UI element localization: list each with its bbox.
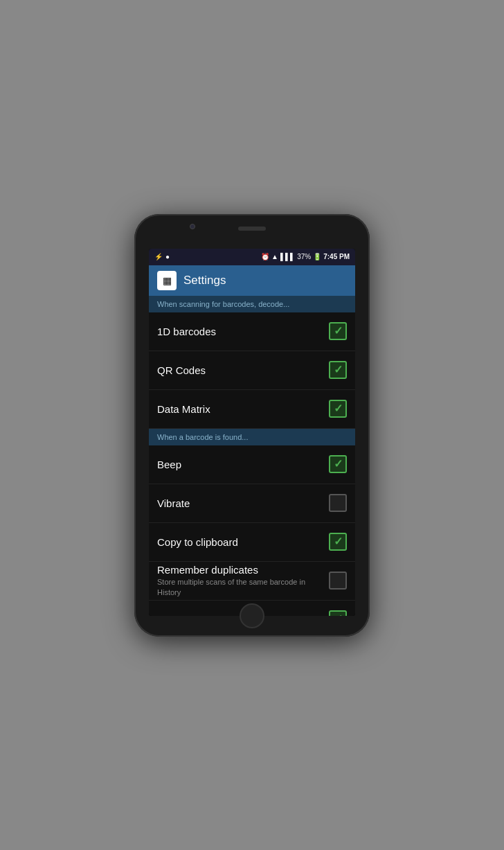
setting-content-matrix: Data Matrix [157,403,329,415]
checkbox-clipboard[interactable]: ✓ [329,533,347,551]
app-icon: ▦ [157,271,177,290]
whatsapp-icon: ● [165,253,170,260]
app-header: ▦ Settings [149,265,355,296]
checkmark-retrieve: ✓ [334,614,343,616]
wifi-icon: ▲ [271,253,278,260]
setting-item-clipboard[interactable]: Copy to clipboard ✓ [149,523,355,562]
status-time: 7:45 PM [323,253,350,260]
setting-label-matrix: Data Matrix [157,403,329,415]
setting-label-duplicates: Remember duplicates [157,564,329,576]
checkbox-retrieve[interactable]: ✓ [329,610,347,616]
setting-content-clipboard: Copy to clipboard [157,536,329,548]
battery-icon: 🔋 [313,253,321,260]
status-left-icons: ⚡ ● [154,253,170,260]
setting-label-clipboard: Copy to clipboard [157,536,329,548]
signal-icon: ▌▌▌ [280,253,295,260]
checkbox-1d-barcodes[interactable]: ✓ [329,322,347,340]
status-right-info: ⏰ ▲ ▌▌▌ 37% 🔋 7:45 PM [261,253,350,260]
checkbox-vibrate[interactable] [329,494,347,512]
app-icon-label: ▦ [163,275,172,286]
setting-sublabel-duplicates: Store multiple scans of the same barcode… [157,577,329,597]
setting-content-beep: Beep [157,459,329,470]
setting-content-qr: QR Codes [157,364,329,376]
setting-label-beep: Beep [157,459,329,470]
phone-device: ⚡ ● ⏰ ▲ ▌▌▌ 37% 🔋 7:45 PM ▦ Settings Whe… [134,214,370,637]
battery-percent: 37% [297,253,311,260]
setting-content-vibrate: Vibrate [157,497,329,509]
setting-item-qr-codes[interactable]: QR Codes ✓ [149,351,355,390]
setting-item-duplicates[interactable]: Remember duplicates Store multiple scans… [149,562,355,601]
checkmark-clipboard: ✓ [334,536,343,547]
page-title: Settings [183,274,226,287]
phone-screen: ⚡ ● ⏰ ▲ ▌▌▌ 37% 🔋 7:45 PM ▦ Settings Whe… [149,249,355,616]
checkbox-beep[interactable]: ✓ [329,455,347,473]
checkbox-qr-codes[interactable]: ✓ [329,361,347,379]
scan-section-header: When scanning for barcodes, decode... [149,296,355,312]
setting-item-1d-barcodes[interactable]: 1D barcodes ✓ [149,312,355,351]
setting-content-duplicates: Remember duplicates Store multiple scans… [157,564,329,597]
setting-label-vibrate: Vibrate [157,497,329,509]
status-bar: ⚡ ● ⏰ ▲ ▌▌▌ 37% 🔋 7:45 PM [149,249,355,265]
setting-item-data-matrix[interactable]: Data Matrix ✓ [149,390,355,429]
found-section-header: When a barcode is found... [149,429,355,445]
phone-speaker [238,227,266,231]
setting-label-qr: QR Codes [157,364,329,376]
home-button[interactable] [240,603,264,628]
alarm-icon: ⏰ [261,253,269,260]
checkmark-qr: ✓ [334,364,343,375]
phone-camera [190,224,195,229]
setting-label-1d: 1D barcodes [157,326,329,337]
usb-icon: ⚡ [154,253,163,260]
checkmark-beep: ✓ [334,459,343,470]
checkmark-matrix: ✓ [334,403,343,414]
checkbox-data-matrix[interactable]: ✓ [329,400,347,418]
checkmark-1d: ✓ [334,326,343,337]
setting-item-beep[interactable]: Beep ✓ [149,445,355,484]
setting-item-vibrate[interactable]: Vibrate [149,484,355,523]
checkbox-duplicates[interactable] [329,572,347,590]
settings-content: When scanning for barcodes, decode... 1D… [149,296,355,616]
setting-content-1d: 1D barcodes [157,326,329,337]
